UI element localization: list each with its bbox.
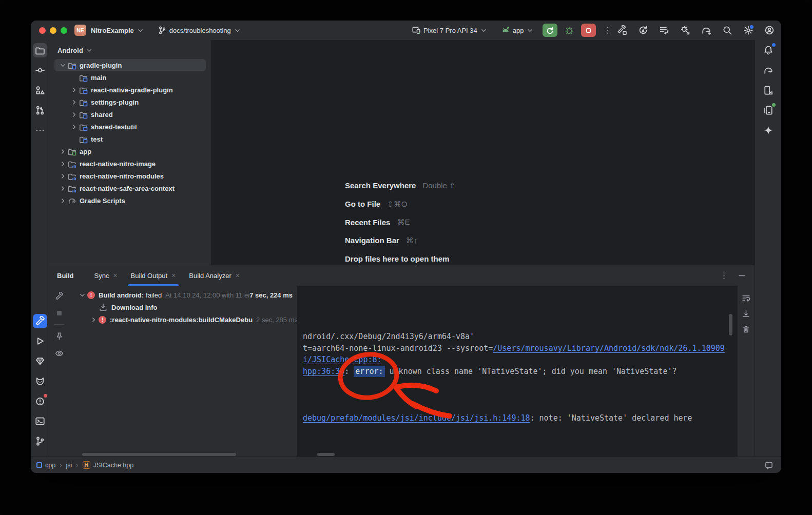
settings-button[interactable] xyxy=(743,25,753,35)
build-button[interactable] xyxy=(33,314,47,328)
project-button[interactable] xyxy=(33,43,47,57)
stop-app-button[interactable] xyxy=(581,24,596,37)
tree-item-shared[interactable]: shared xyxy=(54,108,206,121)
chevron-down-icon[interactable] xyxy=(57,61,68,69)
download-icon xyxy=(99,303,108,312)
build-tabs: Sync×Build Output×Build Analyzer× xyxy=(88,265,246,286)
device-selector[interactable]: Pixel 7 Pro API 34 xyxy=(412,26,488,35)
soft-wrap-button[interactable] xyxy=(740,292,752,304)
console-horizontal-scrollbar[interactable] xyxy=(317,453,335,456)
close-window-button[interactable] xyxy=(39,27,46,34)
pull-requests-button[interactable] xyxy=(33,103,47,117)
chevron-right-icon[interactable] xyxy=(69,86,79,94)
build-tree-row[interactable]: Download info xyxy=(69,301,297,313)
branch-selector[interactable]: docs/troubleshooting xyxy=(158,26,241,35)
tree-horizontal-scrollbar[interactable] xyxy=(82,453,236,456)
zoom-window-button[interactable] xyxy=(61,27,67,34)
build-node-title: Download info xyxy=(111,304,158,311)
chevron-right-icon[interactable] xyxy=(69,110,79,118)
console-link[interactable]: /Users/mrousavy/Library/Android/sdk/ndk/… xyxy=(493,344,725,353)
console-line: hpp:36:36: error: unknown class name 'NT… xyxy=(297,366,738,378)
tree-item-gradle-plugin[interactable]: gradle-plugin xyxy=(54,59,206,71)
commit-button[interactable] xyxy=(33,63,47,77)
tree-item-settings-plugin[interactable]: settings-plugin xyxy=(54,96,206,108)
clear-console-button[interactable] xyxy=(740,323,752,335)
apply-changes-button[interactable] xyxy=(638,25,648,35)
chevron-right-icon[interactable] xyxy=(57,172,68,180)
chevron-right-icon[interactable] xyxy=(69,98,79,106)
app-quality-insights-button[interactable] xyxy=(33,354,47,368)
notifications-button[interactable] xyxy=(761,43,776,57)
run-button[interactable] xyxy=(33,334,47,348)
console-line: t=aarch64-none-linux-android23 --sysroot… xyxy=(297,343,738,354)
problems-button[interactable] xyxy=(33,394,47,408)
tab-sync[interactable]: Sync× xyxy=(88,265,124,286)
close-tab-icon[interactable]: × xyxy=(236,272,240,279)
project-selector[interactable]: NitroExample xyxy=(91,27,144,34)
tab-build-output[interactable]: Build Output× xyxy=(124,265,183,286)
build-tree-row[interactable]: !Build android:failedAt 14.10.24, 12:00 … xyxy=(69,289,297,301)
shortcut-keys: ⇧⌘O xyxy=(387,200,407,209)
tree-item-react-native-nitro-image[interactable]: react-native-nitro-image xyxy=(54,157,206,170)
logcat-button[interactable] xyxy=(33,374,47,388)
version-control-button[interactable] xyxy=(33,434,47,448)
minimize-window-button[interactable] xyxy=(50,27,56,34)
chevron-right-icon[interactable] xyxy=(57,160,68,168)
tree-item-react-native-gradle-plugin[interactable]: react-native-gradle-plugin xyxy=(54,84,206,96)
run-config-selector[interactable]: app xyxy=(501,26,534,35)
debug-app-button[interactable] xyxy=(564,25,575,36)
project-avatar-badge: NE xyxy=(74,25,86,36)
breadcrumb-item-jsi[interactable]: jsi xyxy=(66,462,72,469)
gradle-button[interactable] xyxy=(761,63,776,77)
console-link[interactable]: debug/prefab/modules/jsi/include/jsi/jsi… xyxy=(303,413,530,423)
resource-manager-button[interactable] xyxy=(33,83,47,97)
filter-messages-button[interactable] xyxy=(53,347,65,359)
breadcrumb-item-cpp[interactable]: cpp xyxy=(36,462,55,469)
running-devices-button[interactable] xyxy=(761,103,776,117)
tree-item-test[interactable]: test xyxy=(54,133,206,145)
build-tree-row[interactable]: !:react-native-nitro-modules:buildCMakeD… xyxy=(69,313,297,326)
chevron-right-icon[interactable] xyxy=(57,196,68,205)
more-options-icon[interactable] xyxy=(720,271,728,280)
chevron-right-icon[interactable] xyxy=(57,147,68,155)
build-node-title: Build android: xyxy=(99,291,144,299)
gemini-button[interactable] xyxy=(761,123,776,137)
tree-item-main[interactable]: main xyxy=(54,71,206,84)
tab-build-analyzer[interactable]: Build Analyzer× xyxy=(182,265,246,286)
pin-tab-button[interactable] xyxy=(53,330,65,342)
project-view-selector[interactable]: Android xyxy=(49,40,211,59)
gradle-sync-button[interactable] xyxy=(701,25,711,35)
chevron-right-icon[interactable] xyxy=(69,123,79,131)
close-tab-icon[interactable]: × xyxy=(113,272,117,279)
search-everywhere-button[interactable] xyxy=(722,25,732,35)
hide-panel-icon[interactable] xyxy=(738,271,746,280)
profile-button[interactable] xyxy=(764,25,775,35)
tree-item-gradle-scripts[interactable]: Gradle Scripts xyxy=(54,194,206,207)
rerun-app-button[interactable] xyxy=(543,24,557,37)
attach-debugger-button[interactable] xyxy=(680,25,690,35)
more-tool-windows-button[interactable] xyxy=(33,123,47,137)
tree-item-label: settings-plugin xyxy=(91,98,139,106)
tree-item-react-native-safe-area-context[interactable]: react-native-safe-area-context xyxy=(54,182,206,194)
console-vertical-scrollbar[interactable] xyxy=(729,314,732,335)
build-project-button[interactable] xyxy=(617,25,627,35)
device-manager-button[interactable] xyxy=(761,83,776,97)
stop-build-button[interactable] xyxy=(53,307,65,319)
apply-code-changes-button[interactable] xyxy=(659,25,669,35)
tree-item-app[interactable]: app xyxy=(54,145,206,157)
breadcrumb-item-jsicache-hpp[interactable]: HJSICache.hpp xyxy=(83,461,134,469)
tree-item-react-native-nitro-modules[interactable]: react-native-nitro-modules xyxy=(54,170,206,182)
terminal-button[interactable] xyxy=(33,414,47,428)
console-line: i/JSICache.cpp:8: xyxy=(297,354,738,366)
chevron-right-icon[interactable] xyxy=(57,184,68,192)
close-tab-icon[interactable]: × xyxy=(171,272,176,279)
rerun-build-button[interactable] xyxy=(53,290,65,302)
more-run-actions-button[interactable] xyxy=(603,26,612,35)
console-link[interactable]: i/JSICache.cpp:8: xyxy=(303,355,382,364)
event-log-icon[interactable] xyxy=(764,461,774,470)
tree-item-shared-testutil[interactable]: shared-testutil xyxy=(54,121,206,133)
console-link[interactable]: hpp:36:36 xyxy=(303,367,344,376)
scroll-to-end-button[interactable] xyxy=(740,307,752,320)
chevron-right-icon xyxy=(88,315,99,324)
project-view-name: Android xyxy=(57,47,83,54)
